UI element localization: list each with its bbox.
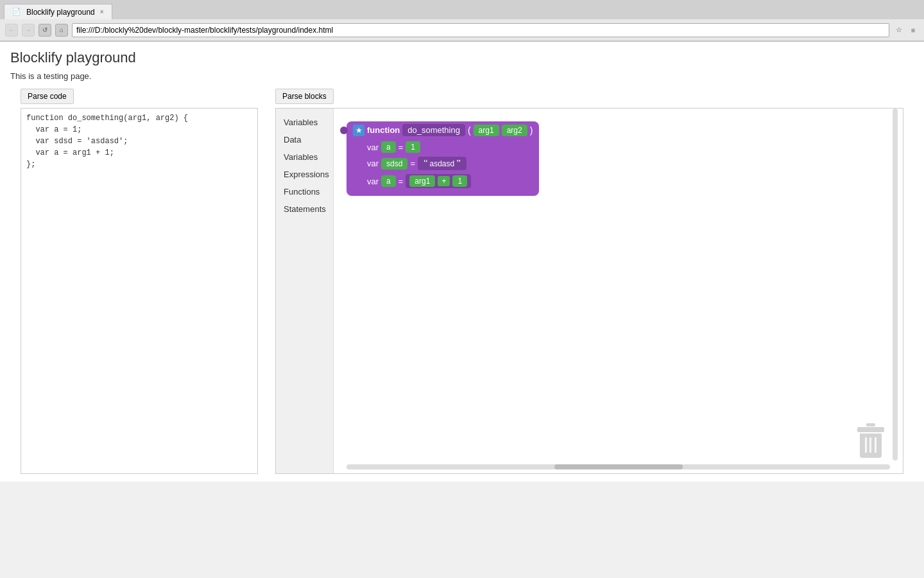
toolbox: Variables Data Variables Expressions Fun… bbox=[276, 109, 334, 473]
close-icon[interactable]: × bbox=[100, 8, 104, 15]
var3-equals: = bbox=[398, 177, 404, 186]
toolbox-item-statements[interactable]: Statements bbox=[276, 200, 333, 218]
var1-equals: = bbox=[398, 143, 404, 152]
refresh-button[interactable]: ↺ bbox=[38, 24, 51, 37]
back-button[interactable]: ← bbox=[5, 24, 18, 37]
close-paren: ) bbox=[530, 125, 533, 136]
scrollbar-thumb bbox=[554, 464, 683, 469]
close-quote: ❞ bbox=[456, 158, 461, 169]
var2-string-content: asdasd bbox=[429, 159, 454, 168]
page-title: Blocklify playground bbox=[10, 49, 914, 66]
trash-line-3 bbox=[875, 437, 877, 453]
trash-lines bbox=[860, 434, 882, 453]
expr-num[interactable]: 1 bbox=[452, 175, 467, 187]
blockly-container: Variables Data Variables Expressions Fun… bbox=[275, 108, 903, 474]
var2-equals: = bbox=[410, 159, 415, 168]
function-keyword: function bbox=[367, 125, 400, 135]
function-name-pill[interactable]: do_something bbox=[402, 124, 465, 136]
toolbox-item-expressions[interactable]: Expressions bbox=[276, 166, 333, 183]
parse-code-button[interactable]: Parse code bbox=[21, 89, 74, 104]
var-block-1[interactable]: var a = 1 bbox=[367, 141, 533, 153]
vertical-scrollbar[interactable] bbox=[893, 109, 898, 460]
toolbox-item-data[interactable]: Data bbox=[276, 131, 333, 148]
expr-block[interactable]: arg1 + 1 bbox=[406, 174, 471, 188]
arg2-pill[interactable]: arg2 bbox=[502, 125, 527, 136]
code-panel: Parse code function do_something(arg1, a… bbox=[21, 89, 268, 474]
page-subtitle: This is a testing page. bbox=[10, 71, 914, 81]
var-keyword-2: var bbox=[367, 159, 379, 168]
function-block[interactable]: ★ function do_something ( arg1 arg2 ) bbox=[346, 121, 539, 196]
trash-body bbox=[860, 434, 882, 458]
main-layout: Parse code function do_something(arg1, a… bbox=[10, 89, 914, 474]
trash-icon[interactable] bbox=[858, 423, 884, 454]
horizontal-scrollbar[interactable] bbox=[346, 464, 890, 469]
trash-lid-handle bbox=[866, 423, 875, 426]
toolbox-item-variables2[interactable]: Variables bbox=[276, 148, 333, 166]
tab-icon: 📄 bbox=[12, 8, 21, 16]
nav-bar: ← → ↺ ⌂ ☆ ≡ bbox=[0, 19, 924, 41]
star-icon: ★ bbox=[353, 125, 364, 136]
code-editor[interactable]: function do_something(arg1, arg2) { var … bbox=[21, 108, 258, 474]
active-tab[interactable]: 📄 Blocklify playground × bbox=[4, 4, 112, 19]
open-paren: ( bbox=[468, 125, 471, 136]
trash-line-2 bbox=[869, 437, 871, 453]
trash-line-1 bbox=[865, 437, 867, 453]
tab-title: Blocklify playground bbox=[26, 8, 95, 17]
var3-name-pill[interactable]: a bbox=[381, 175, 396, 187]
parse-blocks-button[interactable]: Parse blocks bbox=[275, 89, 334, 104]
address-bar[interactable] bbox=[72, 23, 889, 37]
blocks-workspace: ★ function do_something ( arg1 arg2 ) bbox=[346, 121, 539, 196]
arg1-pill[interactable]: arg1 bbox=[474, 125, 499, 136]
nav-icons: ☆ ≡ bbox=[893, 24, 919, 36]
menu-icon[interactable]: ≡ bbox=[907, 24, 919, 36]
var-block-2[interactable]: var sdsd = ❝ asdasd ❞ bbox=[367, 157, 533, 170]
var-block-3[interactable]: var a = arg1 + 1 bbox=[367, 174, 533, 188]
var-keyword-1: var bbox=[367, 143, 379, 152]
browser-chrome: 📄 Blocklify playground × ← → ↺ ⌂ ☆ ≡ bbox=[0, 0, 924, 42]
workspace: ★ function do_something ( arg1 arg2 ) bbox=[334, 109, 903, 473]
blocks-panel: Parse blocks Variables Data Variables Ex… bbox=[275, 89, 903, 474]
var1-name-pill[interactable]: a bbox=[381, 141, 396, 153]
home-button[interactable]: ⌂ bbox=[55, 24, 68, 37]
bookmark-icon[interactable]: ☆ bbox=[893, 24, 905, 36]
tab-bar: 📄 Blocklify playground × bbox=[0, 0, 924, 19]
var2-name-pill[interactable]: sdsd bbox=[381, 158, 407, 170]
toolbox-item-functions[interactable]: Functions bbox=[276, 183, 333, 200]
open-quote: ❝ bbox=[423, 158, 428, 169]
expr-op[interactable]: + bbox=[438, 176, 450, 186]
page-content: Blocklify playground This is a testing p… bbox=[0, 42, 924, 482]
var2-val-pill[interactable]: ❝ asdasd ❞ bbox=[418, 157, 466, 170]
function-body: var a = 1 var sdsd = bbox=[346, 139, 539, 188]
trash-lid bbox=[857, 427, 884, 432]
toolbox-item-variables[interactable]: Variables bbox=[276, 114, 333, 131]
var1-val-pill[interactable]: 1 bbox=[406, 141, 420, 153]
var-keyword-3: var bbox=[367, 177, 379, 186]
expr-arg1[interactable]: arg1 bbox=[409, 175, 435, 187]
forward-button[interactable]: → bbox=[22, 24, 35, 37]
function-header: ★ function do_something ( arg1 arg2 ) bbox=[346, 121, 539, 139]
